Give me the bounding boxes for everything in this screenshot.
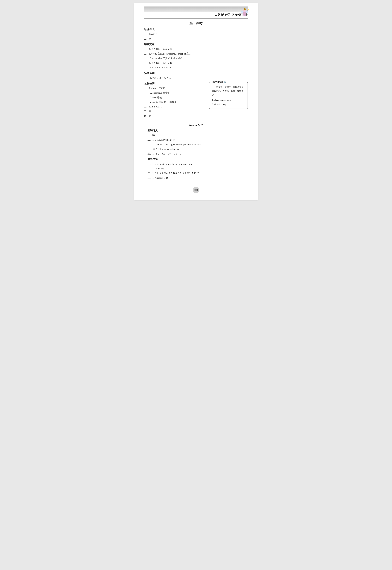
recycle-jingyao-l4: 三、1. A C E 2. B D — [148, 176, 244, 180]
svg-point-5 — [243, 8, 246, 10]
block-dada: 达标检测 — [144, 82, 206, 85]
recycle-jingyao: 精要交流 — [148, 158, 244, 161]
recycle-xinke-l3: 2. D F G J carrots green beans potatoes … — [148, 142, 244, 147]
block-tuozhan: 拓展延伸 — [144, 72, 248, 75]
dada-line7: 四、略 — [144, 114, 206, 118]
recycle-xinke-l4: 3. A H I sweater hat socks — [148, 147, 244, 151]
dada-line3: 3. nice 好的 — [144, 95, 206, 100]
jingyao-line2: 二、1. pretty 美观的；精致的 2. cheap 便宜的 — [144, 51, 248, 56]
dada-left: 达标检测 一、1. cheap 便宜的 2. expensive 昂贵的 3. … — [144, 80, 206, 118]
top-decoration — [144, 6, 248, 12]
xinke-line1: 一、B A C D — [144, 32, 248, 37]
listening-item2: 3. nice 4. pretty — [212, 102, 245, 107]
page-number: 103 — [193, 187, 199, 193]
dada-line2: 2. expensive 昂贵的 — [144, 90, 206, 95]
recycle-xinke-l1: 一、略 — [148, 133, 244, 138]
block-xinke: 新课导入 — [144, 28, 248, 31]
jingyao-line1: 一、1. B 2. C 3. C 4. A 5. C — [144, 47, 248, 51]
recycle-title: Recycle 2 — [148, 123, 244, 127]
fairy-icon — [240, 8, 250, 18]
recycle-xinke-l5: 三、1—B 2—A 3—D 4—C 5—E — [148, 151, 244, 156]
svg-point-4 — [243, 12, 246, 16]
listening-item1: 1. cheap 2. expensive — [212, 98, 245, 102]
recycle-jingyao-l3: 二、1. C 2. A 3. C 4. A 5. B 6. C 7. A 8. … — [148, 171, 244, 176]
listening-title: 听力材料 — [212, 80, 227, 85]
svg-point-7 — [248, 9, 249, 10]
recycle-section: Recycle 2 新课导入 一、略 二、1. B C E horse hen … — [144, 121, 248, 183]
jingyao-line5: 6. C 7. A 8. B 9. A 10. C — [144, 65, 248, 70]
dada-line4: 4. pretty 美观的；精致的 — [144, 100, 206, 105]
jingyao-line3: 3. expensive 昂贵的 4. nice 好的 — [144, 56, 248, 61]
recycle-jingyao-l2: 4. No cows — [148, 166, 244, 171]
listening-box: 听力材料 一、听录音，填字母，根据单词发音将它们补充完整，并写出汉语意思。 1.… — [209, 82, 248, 109]
tuozhan-line1: 1. × 2. ✓ 3. × 4. ✓ 5. ✓ — [144, 76, 248, 80]
recycle-xinke-l2: 二、1. B C E horse hen cow — [148, 137, 244, 142]
page-number-line-right — [200, 190, 248, 190]
dada-line5: 二、1. B 2. A 3. C — [144, 104, 206, 109]
listening-instruction: 一、听录音，填字母，根据单词发音将它们补充完整，并写出汉语意思。 — [212, 85, 245, 97]
page-number-bar: 103 — [144, 187, 248, 193]
jingyao-line4: 三、1. B 2. B 3. C 4. C 5. B — [144, 61, 248, 65]
dada-line1: 一、1. cheap 便宜的 — [144, 86, 206, 90]
block-jingyao: 精要交流 — [144, 43, 248, 46]
xinke-line2: 二、略 — [144, 37, 248, 41]
page-number-line-left — [144, 190, 192, 190]
header-bar: 人教版英语 四年级下册 — [144, 13, 248, 18]
dada-layout: 达标检测 一、1. cheap 便宜的 2. expensive 昂贵的 3. … — [144, 80, 248, 118]
recycle-jingyao-l1: 一、1. 7 get up 2. umbrella 3. How much sc… — [148, 162, 244, 166]
recycle-xinke: 新课导入 — [148, 129, 244, 132]
section-title: 第二课时 — [144, 21, 248, 26]
page: 人教版英语 四年级下册 第二课时 新课导入 一、B A C D 二、略 精要交流… — [134, 3, 258, 200]
dada-line6: 三、略 — [144, 109, 206, 114]
